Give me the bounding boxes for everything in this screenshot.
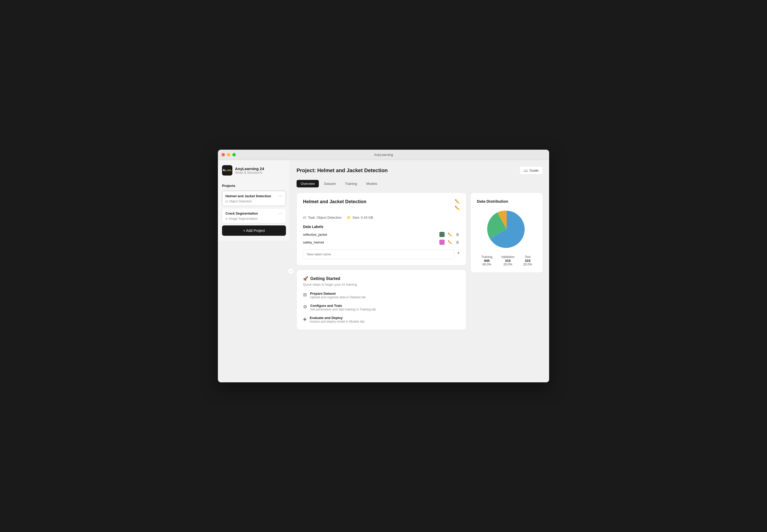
data-labels-section: Data Labels: [303, 225, 460, 229]
legend-training: Training 945 60.0%: [481, 255, 492, 266]
gs-header: 🚀 Getting Started: [303, 276, 460, 281]
gs-step-0: ⊞ Prepare Dataset Upload and organize da…: [303, 292, 460, 299]
distribution-card: Data Distribution: [470, 193, 543, 273]
project-item-header: Helmet and Jacket Detection ⋯: [226, 194, 283, 199]
logo-text: AnyLearning 24 Smart & Secured AI: [235, 166, 264, 174]
tab-models[interactable]: Models: [362, 180, 381, 187]
task-label: Task: Object Detection: [308, 216, 342, 219]
legend-test: Test 315 20.0%: [523, 255, 532, 266]
label-row-1: safety_helmet ✏️ 🗑: [303, 240, 460, 245]
tabs: Overview Dataset Training Models: [297, 180, 543, 187]
traffic-lights: [222, 153, 236, 156]
gs-step-desc-2: Assess and deploy model in Models tab: [310, 320, 364, 323]
delete-label-1[interactable]: 🗑: [455, 240, 460, 245]
content-area: Helmet and Jacket Detection ✏️ ✏️ 🏷 Task…: [297, 193, 543, 376]
window-title: AnyLearning: [374, 153, 393, 157]
add-project-button[interactable]: + Add Project: [222, 225, 286, 236]
edit-label-0[interactable]: ✏️: [447, 232, 453, 237]
task-icon: 🏷: [303, 216, 306, 219]
app-subtitle: Smart & Secured AI: [235, 171, 264, 174]
gs-step-title-0: Prepare Dataset: [310, 292, 366, 295]
folder-icon: 📁: [347, 216, 351, 219]
gs-title: Getting Started: [310, 276, 340, 281]
logo-icon: AL.NRL: [222, 165, 233, 176]
train-step-icon: ⚙: [303, 304, 307, 310]
card-icons: ✏️ ✏️: [455, 199, 460, 210]
new-label-input[interactable]: [303, 249, 454, 259]
label-name-1: safety_helmet: [303, 240, 437, 244]
sidebar-wrapper: AL.NRL AnyLearning 24 Smart & Secured AI…: [218, 160, 290, 382]
gs-steps: ⊞ Prepare Dataset Upload and organize da…: [303, 292, 460, 323]
project-title: Project: Helmet and Jacket Detection: [297, 168, 388, 173]
edit-icon-bottom[interactable]: ✏️: [455, 206, 460, 210]
project-options-icon[interactable]: ⋯: [279, 194, 283, 199]
maximize-button[interactable]: [233, 153, 236, 156]
guide-button[interactable]: 📖 Guide: [519, 166, 543, 175]
sidebar-logo: AL.NRL AnyLearning 24 Smart & Secured AI: [222, 165, 286, 176]
label-name-0: reflective_jacket: [303, 233, 437, 237]
label-color-1[interactable]: [439, 240, 445, 245]
project-type-2: ⊜ Image Segmentation: [226, 217, 283, 221]
distribution-legend: Training 945 60.0% Validation 315 20.0% …: [477, 255, 536, 266]
size-meta: 📁 Size: 0.43 GB: [347, 216, 373, 219]
deploy-step-icon: ◈: [303, 316, 307, 322]
gs-step-content-0: Prepare Dataset Upload and organize data…: [310, 292, 366, 299]
gs-step-1: ⚙ Configure and Train Set parameters and…: [303, 304, 460, 311]
gs-step-desc-0: Upload and organize data in Dataset tab: [310, 295, 366, 299]
project-type: ⊡ Object Detection: [226, 200, 283, 203]
getting-started-card: 🚀 Getting Started Quick steps to begin y…: [297, 270, 466, 330]
pie-chart: [486, 209, 527, 250]
app-body: AL.NRL AnyLearning 24 Smart & Secured AI…: [218, 160, 549, 382]
tab-training[interactable]: Training: [341, 180, 361, 187]
tab-overview[interactable]: Overview: [297, 180, 319, 187]
projects-section-title: Projects: [222, 184, 286, 188]
rocket-icon: 🚀: [303, 276, 308, 281]
gs-step-content-2: Evaluate and Deploy Assess and deploy mo…: [310, 316, 364, 323]
gs-step-title-1: Configure and Train: [310, 304, 376, 308]
main-header: Project: Helmet and Jacket Detection 📖 G…: [297, 166, 543, 175]
add-label-row: +: [303, 247, 460, 259]
close-button[interactable]: [222, 153, 225, 156]
minimize-button[interactable]: [227, 153, 230, 156]
delete-label-0[interactable]: 🗑: [455, 232, 460, 237]
titlebar: AnyLearning: [218, 150, 549, 160]
distribution-title: Data Distribution: [477, 199, 536, 203]
object-detection-icon: ⊡: [226, 200, 228, 203]
gs-subtitle: Quick steps to begin your AI training: [303, 283, 460, 286]
dataset-step-icon: ⊞: [303, 292, 307, 298]
tab-dataset[interactable]: Dataset: [320, 180, 340, 187]
right-panel: Data Distribution: [470, 193, 543, 376]
gs-step-content-1: Configure and Train Set parameters and s…: [310, 304, 376, 311]
size-label: Size: 0.43 GB: [352, 216, 373, 219]
label-row-0: reflective_jacket ✏️ 🗑: [303, 232, 460, 237]
gs-step-2: ◈ Evaluate and Deploy Assess and deploy …: [303, 316, 460, 323]
sidebar: AL.NRL AnyLearning 24 Smart & Secured AI…: [218, 160, 290, 241]
gs-step-title-2: Evaluate and Deploy: [310, 316, 364, 320]
card-title: Helmet and Jacket Detection: [303, 199, 366, 204]
project-name-2: Crack Segmentation: [226, 211, 258, 215]
label-color-0[interactable]: [439, 232, 445, 237]
project-item-header-2: Crack Segmentation ⋯: [226, 211, 283, 216]
overview-card: Helmet and Jacket Detection ✏️ ✏️ 🏷 Task…: [297, 193, 466, 265]
gs-step-desc-1: Set parameters and start training in Tra…: [310, 308, 376, 311]
project-item-helmet[interactable]: Helmet and Jacket Detection ⋯ ⊡ Object D…: [222, 191, 286, 206]
book-icon: 📖: [524, 169, 528, 172]
edit-icon-top[interactable]: ✏️: [455, 199, 460, 204]
legend-validation: Validation 315 20.0%: [501, 255, 515, 266]
add-label-button[interactable]: +: [457, 250, 460, 256]
task-meta: 🏷 Task: Object Detection: [303, 216, 342, 219]
project-name: Helmet and Jacket Detection: [226, 194, 271, 198]
left-panel: Helmet and Jacket Detection ✏️ ✏️ 🏷 Task…: [297, 193, 466, 376]
meta-row: 🏷 Task: Object Detection 📁 Size: 0.43 GB: [303, 216, 460, 219]
app-name: AnyLearning 24: [235, 166, 264, 171]
project-item-crack[interactable]: Crack Segmentation ⋯ ⊜ Image Segmentatio…: [222, 208, 286, 223]
edit-label-1[interactable]: ✏️: [447, 240, 453, 245]
main-content: Project: Helmet and Jacket Detection 📖 G…: [290, 160, 549, 382]
card-title-row: Helmet and Jacket Detection ✏️ ✏️: [303, 199, 460, 210]
segmentation-icon: ⊜: [226, 217, 228, 221]
collapse-sidebar-button[interactable]: ‹: [288, 268, 294, 274]
project-options-icon-2[interactable]: ⋯: [279, 211, 283, 216]
pie-chart-container: [477, 209, 536, 250]
app-window: AnyLearning AL.NRL AnyLearning 24 Smart …: [218, 150, 549, 382]
